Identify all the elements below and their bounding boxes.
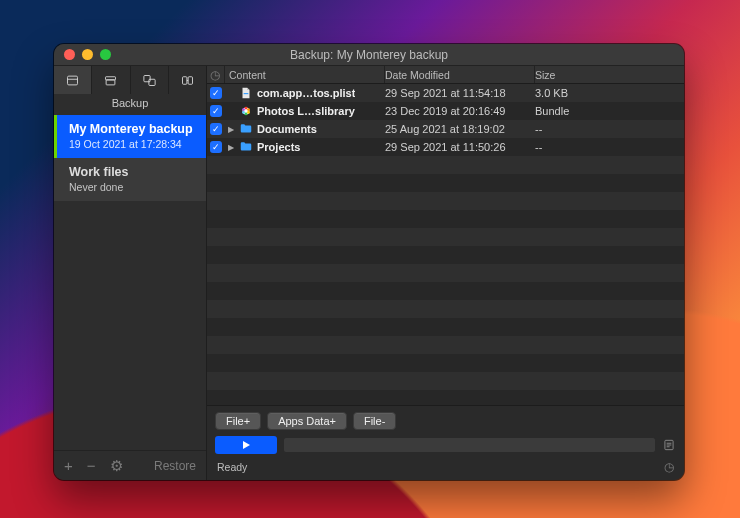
log-icon[interactable]: [662, 438, 676, 452]
table-row[interactable]: ✓com.app…tos.plist29 Sep 2021 at 11:54:1…: [207, 84, 684, 102]
file-modified: 23 Dec 2019 at 20:16:49: [385, 105, 535, 117]
mode-segments: [54, 66, 206, 94]
row-checkbox[interactable]: ✓: [210, 123, 222, 135]
settings-button[interactable]: ⚙︎: [110, 457, 123, 475]
progress-bar: [283, 437, 656, 453]
file-plus-button[interactable]: File+: [215, 412, 261, 430]
table-row-empty: [207, 318, 684, 336]
table-row-empty: [207, 336, 684, 354]
segment-backup-icon[interactable]: [54, 66, 92, 94]
photos-icon: [239, 104, 253, 118]
sidebar-footer: + − ⚙︎ Restore: [54, 450, 206, 480]
table-row-empty: [207, 246, 684, 264]
svg-rect-2: [107, 79, 116, 84]
table-row-empty: [207, 372, 684, 390]
task-item[interactable]: My Monterey backup 19 Oct 2021 at 17:28:…: [54, 115, 206, 158]
table-row-empty: [207, 156, 684, 174]
bottom-toolbar: File+ Apps Data+ File- Ready ◷: [207, 405, 684, 480]
task-subtitle: Never done: [69, 181, 196, 193]
run-button[interactable]: [215, 436, 277, 454]
file-minus-button[interactable]: File-: [353, 412, 396, 430]
svg-rect-7: [244, 93, 249, 94]
svg-rect-1: [106, 76, 116, 79]
file-modified: 25 Aug 2021 at 18:19:02: [385, 123, 535, 135]
task-subtitle: 19 Oct 2021 at 17:28:34: [69, 138, 196, 150]
plist-icon: [239, 86, 253, 100]
sidebar: Backup My Monterey backup 19 Oct 2021 at…: [54, 66, 207, 480]
table-row-empty: [207, 264, 684, 282]
status-text: Ready: [217, 461, 247, 473]
task-name: Work files: [69, 165, 196, 179]
svg-rect-6: [188, 76, 192, 84]
table-row-empty: [207, 390, 684, 405]
table-row[interactable]: ✓▶Projects29 Sep 2021 at 11:50:26--: [207, 138, 684, 156]
app-window: Backup: My Monterey backup Backup: [54, 44, 684, 480]
apps-data-plus-button[interactable]: Apps Data+: [267, 412, 347, 430]
svg-point-13: [242, 111, 245, 114]
row-checkbox[interactable]: ✓: [210, 141, 222, 153]
file-name: Documents: [257, 123, 317, 135]
folder-icon: [239, 122, 253, 136]
row-checkbox[interactable]: ✓: [210, 87, 222, 99]
table-row[interactable]: ✓Photos L…slibrary23 Dec 2019 at 20:16:4…: [207, 102, 684, 120]
table-row[interactable]: ✓▶Documents25 Aug 2021 at 18:19:02--: [207, 120, 684, 138]
table-row-empty: [207, 228, 684, 246]
column-size-header[interactable]: Size: [535, 66, 684, 83]
table-row-empty: [207, 282, 684, 300]
file-size: --: [535, 141, 684, 153]
svg-point-9: [245, 107, 248, 110]
table-row-empty: [207, 210, 684, 228]
remove-task-button[interactable]: −: [87, 457, 96, 474]
svg-point-10: [247, 108, 250, 111]
task-item[interactable]: Work files Never done: [54, 158, 206, 201]
file-modified: 29 Sep 2021 at 11:50:26: [385, 141, 535, 153]
segment-clone-icon[interactable]: [169, 66, 206, 94]
table-row-empty: [207, 174, 684, 192]
segment-sync-icon[interactable]: [131, 66, 169, 94]
main-panel: ◷ Content Date Modified Size ✓com.app…to…: [207, 66, 684, 480]
table-row-empty: [207, 300, 684, 318]
file-modified: 29 Sep 2021 at 11:54:18: [385, 87, 535, 99]
file-name: com.app…tos.plist: [257, 87, 355, 99]
svg-rect-0: [68, 76, 78, 85]
svg-point-14: [242, 108, 245, 111]
table-row-empty: [207, 192, 684, 210]
row-checkbox[interactable]: ✓: [210, 105, 222, 117]
svg-point-11: [247, 111, 250, 114]
status-column-icon: ◷: [210, 68, 222, 82]
task-list: My Monterey backup 19 Oct 2021 at 17:28:…: [54, 115, 206, 450]
restore-button[interactable]: Restore: [154, 459, 196, 473]
file-size: --: [535, 123, 684, 135]
schedule-icon[interactable]: ◷: [664, 460, 674, 474]
svg-point-12: [245, 113, 248, 116]
file-table[interactable]: ✓com.app…tos.plist29 Sep 2021 at 11:54:1…: [207, 84, 684, 405]
folder-icon: [239, 140, 253, 154]
file-name: Projects: [257, 141, 300, 153]
column-modified-header[interactable]: Date Modified: [385, 66, 535, 83]
table-header: ◷ Content Date Modified Size: [207, 66, 684, 84]
column-content-header[interactable]: Content: [225, 66, 385, 83]
disclosure-triangle-icon[interactable]: ▶: [227, 143, 235, 152]
file-size: 3.0 KB: [535, 87, 684, 99]
svg-rect-5: [182, 76, 186, 84]
segment-label: Backup: [54, 94, 206, 115]
task-name: My Monterey backup: [69, 122, 196, 136]
segment-archive-icon[interactable]: [92, 66, 130, 94]
disclosure-triangle-icon[interactable]: ▶: [227, 125, 235, 134]
window-title: Backup: My Monterey backup: [54, 48, 684, 62]
file-name: Photos L…slibrary: [257, 105, 355, 117]
table-row-empty: [207, 354, 684, 372]
add-task-button[interactable]: +: [64, 457, 73, 474]
titlebar[interactable]: Backup: My Monterey backup: [54, 44, 684, 66]
file-size: Bundle: [535, 105, 684, 117]
